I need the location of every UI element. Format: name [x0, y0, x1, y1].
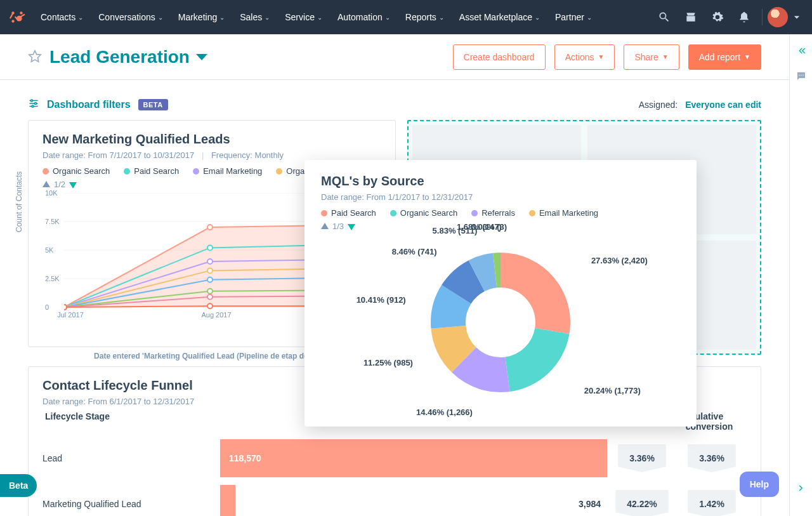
svg-point-2 [11, 20, 14, 22]
legend-item[interactable]: Referrals [471, 208, 515, 218]
pager-prev-icon[interactable] [321, 223, 329, 230]
card-mql-by-source-floating[interactable]: MQL's by Source Date range: From 1/1/201… [304, 160, 697, 427]
gear-icon[interactable] [705, 4, 730, 30]
card-title: New Marketing Qualified Leads [43, 132, 381, 147]
svg-point-12 [32, 105, 34, 107]
top-nav: Contacts⌄Conversations⌄Marketing⌄Sales⌄S… [0, 0, 812, 34]
search-icon[interactable] [652, 4, 677, 30]
marketplace-icon[interactable] [678, 4, 704, 30]
actions-dropdown-button[interactable]: Actions▼ [554, 44, 615, 70]
pager-next-icon[interactable] [348, 223, 355, 230]
date-range-value: From 7/1/2017 to 10/31/2017 [88, 150, 195, 160]
y-tick: 0 [45, 303, 49, 311]
nav-item-marketing[interactable]: Marketing⌄ [172, 8, 231, 26]
y-axis-label: Count of Contacts [15, 171, 23, 232]
date-range-label: Date range: [321, 192, 364, 202]
right-rail [789, 34, 812, 516]
account-menu-caret[interactable] [789, 4, 804, 30]
cumulative-conversion-chip: 1.42% [688, 490, 736, 516]
nav-item-contacts[interactable]: Contacts⌄ [34, 8, 89, 26]
svg-point-35 [207, 289, 213, 294]
help-button[interactable]: Help [740, 472, 779, 497]
nav-item-partner[interactable]: Partner⌄ [549, 8, 598, 26]
pager-counter: 1/3 [332, 222, 344, 231]
nav-item-automation[interactable]: Automation⌄ [331, 8, 396, 26]
card-title: MQL's by Source [321, 174, 680, 189]
add-report-button[interactable]: Add report▼ [688, 44, 761, 70]
dashboard-picker-caret[interactable] [196, 54, 207, 60]
svg-point-29 [207, 268, 213, 273]
assigned-label: Assigned: [639, 100, 678, 110]
date-range-value: From 6/1/2017 to 12/31/2017 [88, 397, 195, 406]
user-avatar[interactable] [768, 7, 788, 27]
hubspot-logo-icon[interactable] [8, 8, 27, 27]
nav-item-reports[interactable]: Reports⌄ [399, 8, 450, 26]
nav-item-asset-marketplace[interactable]: Asset Marketplace⌄ [453, 8, 546, 26]
dashboard-title[interactable]: Lead Generation [49, 47, 190, 67]
svg-point-41 [207, 303, 213, 308]
frequency-label: Frequency: [211, 150, 252, 160]
slice-label: 0.03% (3) [471, 222, 507, 232]
y-tick: 10K [45, 189, 58, 197]
chat-icon[interactable] [792, 67, 810, 85]
svg-point-20 [207, 225, 213, 230]
x-tick: Aug 2017 [191, 311, 242, 319]
x-tick: Jul 2017 [45, 311, 96, 319]
svg-point-9 [802, 75, 804, 76]
slice-label: 10.41% (912) [357, 295, 406, 305]
svg-point-23 [207, 245, 213, 250]
bell-icon[interactable] [731, 4, 757, 30]
cumulative-conversion-chip: 3.36% [688, 444, 736, 472]
pager-next-icon[interactable] [69, 181, 77, 189]
funnel-stage-label: Lead [43, 453, 220, 463]
y-tick: 2.5K [45, 275, 60, 282]
svg-point-32 [207, 277, 213, 282]
legend-item[interactable]: Organic Search [390, 208, 457, 218]
pager-prev-icon[interactable] [43, 181, 50, 189]
frequency-value: Monthly [255, 150, 284, 160]
collapse-rail-icon[interactable] [792, 42, 810, 60]
slice-label: 27.63% (2,420) [591, 256, 648, 265]
conversion-chip: 3.36% [618, 444, 666, 472]
svg-point-7 [799, 75, 800, 76]
legend-item[interactable]: Email Marketing [193, 166, 262, 176]
date-range-label: Date range: [43, 150, 86, 160]
svg-point-40 [64, 305, 67, 310]
y-tick: 7.5K [45, 218, 60, 225]
favorite-star-icon[interactable] [28, 50, 43, 65]
dashboard-filters-link[interactable]: Dashboard filters [47, 99, 131, 110]
beta-feedback-button[interactable]: Beta [0, 474, 37, 497]
funnel-row: Marketing Qualified Lead 3,984 42.22% 1.… [43, 485, 747, 516]
filters-icon[interactable] [28, 98, 39, 111]
svg-rect-6 [20, 14, 25, 18]
funnel-row: Lead 118,570 3.36% 3.36% [43, 439, 747, 477]
slice-label: 11.25% (985) [363, 358, 413, 367]
slice-label: 14.46% (1,266) [416, 407, 473, 417]
svg-point-11 [35, 103, 37, 105]
create-dashboard-button[interactable]: Create dashboard [453, 44, 546, 70]
legend-item[interactable]: Paid Search [124, 166, 179, 176]
pager-counter: 1/2 [54, 180, 65, 189]
nav-item-sales[interactable]: Sales⌄ [233, 8, 276, 26]
svg-point-26 [207, 259, 213, 264]
legend-item[interactable]: Paid Search [321, 208, 376, 218]
slice-label: 8.46% (741) [392, 247, 437, 256]
page-header: Lead Generation Create dashboard Actions… [0, 34, 789, 80]
date-range-label: Date range: [43, 397, 86, 406]
svg-point-38 [207, 294, 213, 300]
donut-chart: 27.63% (2,420)20.24% (1,773)14.46% (1,26… [321, 240, 680, 405]
legend-item[interactable]: Email Marketing [529, 208, 598, 218]
conversion-chip: 42.22% [615, 490, 668, 516]
svg-point-10 [31, 100, 33, 102]
expand-rail-icon[interactable] [792, 479, 810, 497]
funnel-stage-label: Marketing Qualified Lead [43, 499, 220, 509]
assigned-picker[interactable]: Everyone can edit [685, 100, 761, 110]
nav-item-conversations[interactable]: Conversations⌄ [92, 8, 169, 26]
share-dropdown-button[interactable]: Share▼ [624, 44, 679, 70]
slice-label: 20.24% (1,773) [584, 386, 641, 395]
nav-item-service[interactable]: Service⌄ [278, 8, 329, 26]
date-range-value: From 1/1/2017 to 12/31/2017 [367, 192, 473, 202]
y-tick: 5K [45, 246, 53, 254]
legend-item[interactable]: Organic Search [43, 166, 110, 176]
beta-badge: BETA [138, 99, 168, 110]
